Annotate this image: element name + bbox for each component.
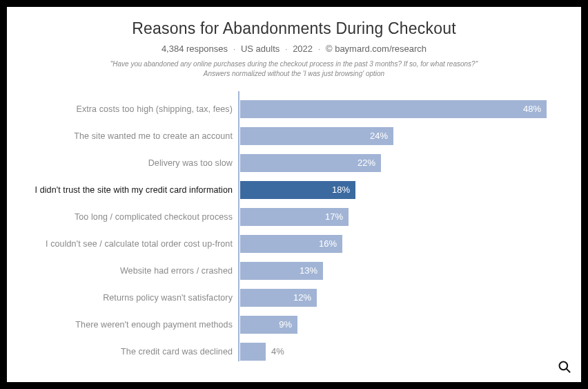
svg-line-1 bbox=[567, 369, 570, 372]
bar-value-label: 48% bbox=[240, 100, 547, 118]
bar-value-label: 24% bbox=[240, 127, 393, 145]
bar-value-label: 22% bbox=[240, 154, 381, 172]
bar-area: 24% bbox=[240, 127, 565, 145]
bar-area: 12% bbox=[240, 289, 565, 307]
bar-value-label: 18% bbox=[240, 181, 355, 199]
separator-dot: · bbox=[233, 44, 236, 54]
magnify-icon[interactable] bbox=[558, 360, 571, 374]
subtitle-copyright: © bbox=[326, 44, 333, 54]
subtitle-responses: 4,384 responses bbox=[161, 44, 228, 54]
chart-row: Website had errors / crashed13% bbox=[21, 257, 565, 284]
bar-value-label: 13% bbox=[240, 262, 323, 280]
row-label: Too long / complicated checkout process bbox=[21, 211, 233, 222]
chart-row: I couldn't see / calculate total order c… bbox=[21, 230, 565, 257]
bar-value-label: 16% bbox=[240, 235, 342, 253]
chart-frame: Reasons for Abandonments During Checkout… bbox=[7, 7, 581, 382]
separator-dot: · bbox=[285, 44, 288, 54]
bar-value-label: 12% bbox=[240, 289, 317, 307]
row-label: I didn't trust the site with my credit c… bbox=[21, 184, 233, 195]
bar bbox=[240, 343, 266, 361]
chart-row: Delivery was too slow22% bbox=[21, 149, 565, 176]
bar-area: 4% bbox=[240, 343, 565, 361]
bar-area: 22% bbox=[240, 154, 565, 172]
chart-row: The credit card was declined4% bbox=[21, 338, 565, 365]
bar-area: 18% bbox=[240, 181, 565, 199]
chart-row: Returns policy wasn't satisfactory12% bbox=[21, 284, 565, 311]
bar-value-label: 17% bbox=[240, 208, 349, 226]
row-label: Extra costs too high (shipping, tax, fee… bbox=[21, 104, 233, 114]
question-note: Answers normalized without the 'I was ju… bbox=[7, 69, 581, 79]
chart-row: There weren't enough payment methods9% bbox=[21, 311, 565, 338]
chart-header: Reasons for Abandonments During Checkout… bbox=[7, 7, 581, 78]
bar-value-label: 9% bbox=[240, 316, 297, 334]
bar-value-label: 4% bbox=[266, 343, 300, 361]
bar-area: 9% bbox=[240, 316, 565, 334]
row-label: Website had errors / crashed bbox=[21, 265, 233, 276]
row-label: Returns policy wasn't satisfactory bbox=[21, 292, 233, 303]
row-label: The credit card was declined bbox=[21, 346, 233, 357]
chart-subtitle: 4,384 responses · US adults · 2022 · © b… bbox=[7, 44, 581, 54]
survey-question: "Have you abandoned any online purchases… bbox=[7, 59, 581, 78]
chart-row: Too long / complicated checkout process1… bbox=[21, 203, 565, 230]
chart-row: The site wanted me to create an account2… bbox=[21, 122, 565, 149]
bar-area: 48% bbox=[240, 100, 565, 118]
chart-row: I didn't trust the site with my credit c… bbox=[21, 176, 565, 203]
bar-area: 16% bbox=[240, 235, 565, 253]
bar-chart: Extra costs too high (shipping, tax, fee… bbox=[21, 91, 565, 361]
chart-title: Reasons for Abandonments During Checkout bbox=[7, 19, 581, 38]
bar-area: 17% bbox=[240, 208, 565, 226]
subtitle-population: US adults bbox=[241, 44, 280, 54]
subtitle-source: baymard.com/research bbox=[335, 44, 427, 54]
row-label: Delivery was too slow bbox=[21, 158, 233, 168]
bar-area: 13% bbox=[240, 262, 565, 280]
chart-row: Extra costs too high (shipping, tax, fee… bbox=[21, 95, 565, 122]
row-label: The site wanted me to create an account bbox=[21, 131, 233, 141]
separator-dot: · bbox=[318, 44, 321, 54]
row-label: There weren't enough payment methods bbox=[21, 319, 233, 330]
subtitle-year: 2022 bbox=[293, 44, 313, 54]
question-text: "Have you abandoned any online purchases… bbox=[7, 59, 581, 69]
row-label: I couldn't see / calculate total order c… bbox=[21, 238, 233, 249]
chart-rows: Extra costs too high (shipping, tax, fee… bbox=[21, 95, 565, 365]
